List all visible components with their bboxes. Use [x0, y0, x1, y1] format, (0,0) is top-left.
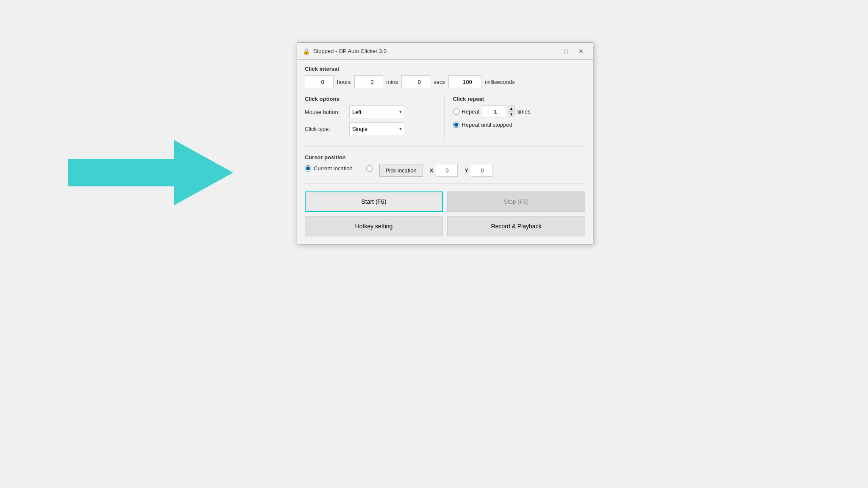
ms-label: milliseconds: [485, 79, 515, 85]
click-options-label: Click options: [305, 96, 437, 102]
click-type-row: Click type: Single Double: [305, 122, 437, 135]
repeat-times-radio[interactable]: [453, 108, 459, 115]
y-coord-label: Y: [465, 167, 468, 174]
secs-input[interactable]: [401, 75, 430, 88]
ms-input[interactable]: [448, 75, 481, 88]
titlebar-controls: — □ ✕: [544, 45, 588, 57]
mins-input[interactable]: [354, 75, 383, 88]
current-location-label: Current location: [314, 165, 353, 172]
app-window: 🔒 Stopped - OP Auto Clicker 3.0 — □ ✕ Cl…: [297, 42, 593, 244]
start-button[interactable]: Start (F6): [305, 191, 443, 212]
mins-label: mins: [387, 79, 398, 85]
mouse-button-select[interactable]: Left Middle Right: [349, 105, 404, 118]
app-icon: 🔒: [302, 47, 310, 55]
minimize-button[interactable]: —: [544, 45, 557, 57]
hours-input[interactable]: [305, 75, 334, 88]
secs-label: secs: [434, 79, 445, 85]
y-coord-group: Y: [465, 164, 493, 177]
click-interval-row: hours mins secs milliseconds: [305, 75, 585, 88]
mouse-button-label: Mouse button:: [305, 109, 345, 115]
click-type-select-wrapper: Single Double: [349, 122, 404, 135]
stop-button: Stop (F6): [447, 191, 585, 212]
spinner-buttons: ▲ ▼: [508, 105, 515, 117]
click-repeat-label: Click repeat: [453, 96, 586, 102]
click-type-label: Click type:: [305, 126, 345, 132]
options-repeat-row: Click options Mouse button: Left Middle …: [305, 96, 585, 147]
click-repeat-section: Click repeat Repeat ▲ ▼ times Re: [453, 96, 586, 139]
click-options-section: Click options Mouse button: Left Middle …: [305, 96, 445, 139]
record-playback-button[interactable]: Record & Playback: [447, 216, 585, 236]
action-buttons: Start (F6) Stop (F6) Hotkey setting Reco…: [305, 191, 585, 236]
repeat-count-input[interactable]: [482, 105, 505, 117]
current-location-radio[interactable]: [305, 165, 311, 172]
repeat-until-radio[interactable]: [453, 122, 459, 128]
close-button[interactable]: ✕: [574, 45, 588, 57]
window-content: Click interval hours mins secs milliseco…: [297, 60, 593, 244]
cursor-row: Current location Pick location X Y: [305, 164, 585, 177]
x-coord-input[interactable]: [436, 164, 458, 177]
hours-label: hours: [337, 79, 351, 85]
window-title: Stopped - OP Auto Clicker 3.0: [313, 48, 540, 54]
pick-location-radio-row: [366, 165, 373, 172]
spinner-up-button[interactable]: ▲: [508, 105, 515, 111]
x-coord-label: X: [430, 167, 434, 174]
cursor-position-label: Cursor position: [305, 154, 585, 161]
cursor-position-section: Cursor position Current location Pick lo…: [305, 154, 585, 184]
hotkey-setting-button[interactable]: Hotkey setting: [305, 216, 443, 236]
repeat-times-label: Repeat: [462, 108, 480, 115]
maximize-button[interactable]: □: [559, 45, 573, 57]
click-type-select[interactable]: Single Double: [349, 122, 404, 135]
y-coord-input[interactable]: [471, 164, 493, 177]
current-location-radio-row: Current location: [305, 165, 353, 172]
mouse-button-select-wrapper: Left Middle Right: [349, 105, 404, 118]
arrow-decoration: [68, 140, 233, 207]
times-label: times: [517, 108, 530, 115]
pick-location-radio[interactable]: [366, 165, 373, 172]
repeat-until-label: Repeat until stopped: [462, 122, 512, 128]
spinner-down-button[interactable]: ▼: [508, 111, 515, 117]
pick-location-button[interactable]: Pick location: [379, 164, 423, 177]
repeat-times-row: Repeat ▲ ▼ times: [453, 105, 586, 117]
titlebar: 🔒 Stopped - OP Auto Clicker 3.0 — □ ✕: [297, 43, 593, 60]
svg-marker-0: [68, 140, 233, 205]
arrow-icon: [68, 140, 233, 205]
repeat-input-group: ▲ ▼: [482, 105, 515, 117]
x-coord-group: X: [430, 164, 458, 177]
click-interval-label: Click interval: [305, 66, 585, 72]
mouse-button-row: Mouse button: Left Middle Right: [305, 105, 437, 118]
repeat-until-row: Repeat until stopped: [453, 122, 586, 128]
